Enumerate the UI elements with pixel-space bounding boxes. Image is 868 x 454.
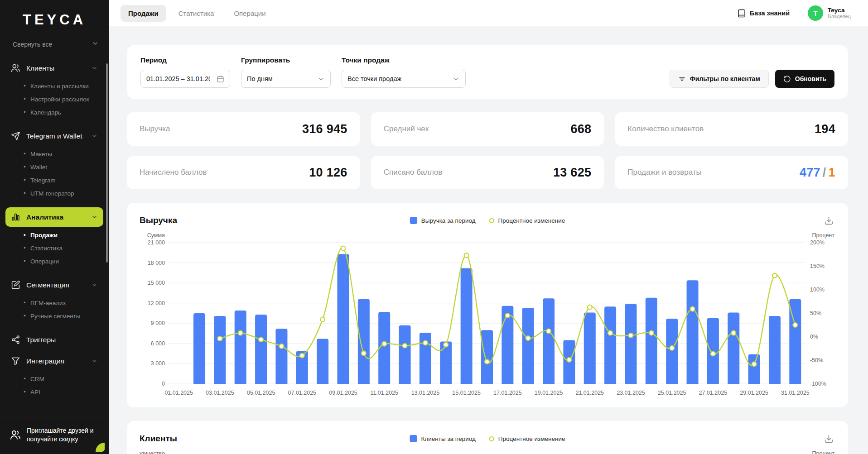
revenue-chart-card: Выручка Выручка за периодПроцентное изме… xyxy=(127,203,848,407)
client-filters-button[interactable]: Фильтры по клиентам xyxy=(670,70,769,88)
sidebar-subitem[interactable]: Статистика xyxy=(24,242,103,255)
sidebar-subitem[interactable]: Продажи xyxy=(24,229,103,242)
sidebar-item-integration[interactable]: Интеграция xyxy=(5,351,103,371)
svg-text:Процент: Процент xyxy=(812,232,835,239)
sidebar-item-triggers[interactable]: Триггеры xyxy=(5,330,103,349)
chevron-down-icon xyxy=(91,65,98,72)
kpi-card: Средний чек668 xyxy=(371,112,604,146)
legend-bar-swatch xyxy=(410,217,417,224)
kpi-card: Выручка316 945 xyxy=(127,112,360,146)
main-area: ПродажиСтатистикаОперации База знаний T … xyxy=(109,0,868,454)
sidebar-subnav-segmentation: RFM-анализРучные сегменты xyxy=(5,296,103,323)
clients-chart-card: Клиенты Клиенты за периодПроцентное изме… xyxy=(127,421,848,454)
group-by-select[interactable]: По дням xyxy=(241,70,331,88)
svg-text:05.01.2025: 05.01.2025 xyxy=(247,390,275,396)
kpi-label: Количество клиентов xyxy=(627,124,704,134)
sidebar-subitem[interactable]: API xyxy=(24,386,103,399)
knowledge-base-button[interactable]: База знаний xyxy=(734,9,792,18)
sidebar-subitem[interactable]: Ручные сегменты xyxy=(24,310,103,323)
period-value[interactable] xyxy=(146,75,210,82)
refresh-button[interactable]: Обновить xyxy=(775,70,834,88)
kpi-label: Продажи и возвраты xyxy=(627,168,701,177)
sales-points-group: Точки продаж Все точки продаж xyxy=(342,56,466,88)
sidebar-subitem[interactable]: CRM xyxy=(24,373,103,386)
sidebar-subitem[interactable]: RFM-анализ xyxy=(24,296,103,310)
kpi-value: 477/1 xyxy=(800,166,835,180)
avatar: T xyxy=(808,5,823,21)
svg-text:50%: 50% xyxy=(810,310,821,316)
sidebar-item-segmentation[interactable]: Сегментация xyxy=(5,275,103,295)
chevron-down-icon xyxy=(91,214,98,220)
sidebar-subnav-clients: Клиенты и рассылкиНастройки рассылокКале… xyxy=(5,80,103,119)
svg-text:0: 0 xyxy=(162,381,165,387)
svg-text:15.01.2025: 15.01.2025 xyxy=(452,390,481,396)
kpi-value: 194 xyxy=(815,122,835,136)
sidebar-item-clients[interactable]: Клиенты xyxy=(5,58,103,78)
legend-item: Клиенты за период xyxy=(410,435,476,442)
svg-text:31.01.2025: 31.01.2025 xyxy=(781,390,810,396)
kpi-label: Начислено баллов xyxy=(140,168,207,177)
segment-icon xyxy=(11,280,20,290)
sidebar-scrollbar[interactable] xyxy=(106,63,108,263)
revenue-chart-header: Выручка Выручка за периодПроцентное изме… xyxy=(140,213,835,228)
collapse-all-label: Свернуть все xyxy=(13,41,52,48)
user-meta: Teyca Владелец xyxy=(828,7,851,19)
sidebar-subitem[interactable]: Настройки рассылок xyxy=(24,93,103,106)
svg-text:200%: 200% xyxy=(810,239,825,246)
kpi-label: Средний чек xyxy=(384,124,429,134)
user-role: Владелец xyxy=(828,14,851,19)
svg-text:9 000: 9 000 xyxy=(151,320,165,326)
sidebar-item-label: Клиенты xyxy=(26,64,54,72)
sales-points-label: Точки продаж xyxy=(342,56,466,64)
invite-friends-icon xyxy=(10,430,21,440)
clients-chart-legend: Клиенты за периодПроцентное изменение xyxy=(410,435,565,442)
sidebar-subitem[interactable]: Клиенты и рассылки xyxy=(24,80,103,93)
user-name: Teyca xyxy=(828,7,851,14)
svg-text:18 000: 18 000 xyxy=(148,260,165,266)
svg-text:29.01.2025: 29.01.2025 xyxy=(740,390,768,396)
svg-text:03.01.2025: 03.01.2025 xyxy=(206,390,234,396)
download-icon[interactable] xyxy=(822,432,835,445)
sidebar-subitem[interactable]: Календарь xyxy=(24,106,103,119)
group-by-group: Группировать По дням xyxy=(241,56,331,88)
sidebar-subnav-integration: CRMAPI xyxy=(5,373,103,399)
sidebar-subitem[interactable]: Wallet xyxy=(24,161,103,174)
period-date-range-input[interactable] xyxy=(140,70,230,88)
sidebar-subnav-telegram-wallet: МакетыWalletTelegramUTM-генератор xyxy=(5,148,103,200)
revenue-chart-legend: Выручка за периодПроцентное изменение xyxy=(410,217,565,224)
svg-text:150%: 150% xyxy=(810,263,825,269)
group-by-value: По дням xyxy=(247,75,273,82)
calendar-icon xyxy=(217,75,224,83)
kpi-value: 316 945 xyxy=(302,122,347,136)
chart-icon xyxy=(11,212,20,222)
tab-Операции[interactable]: Операции xyxy=(226,5,273,22)
svg-text:25.01.2025: 25.01.2025 xyxy=(658,390,686,396)
sales-points-select[interactable]: Все точки продаж xyxy=(342,70,466,88)
period-group: Период xyxy=(140,56,230,88)
user-menu[interactable]: T Teyca Владелец xyxy=(808,5,851,21)
invite-promo-text: Приглашайте друзей и получайте скидку xyxy=(27,426,98,444)
invite-promo[interactable]: Приглашайте друзей и получайте скидку xyxy=(0,417,109,454)
sidebar-subitem[interactable]: UTM-генератор xyxy=(24,187,103,200)
collapse-all-button[interactable]: Свернуть все xyxy=(0,34,109,54)
tab-Продажи[interactable]: Продажи xyxy=(121,5,166,22)
topbar-right: База знаний T Teyca Владелец xyxy=(734,5,851,21)
sidebar-subitem[interactable]: Операции xyxy=(24,255,103,268)
chevron-down-icon xyxy=(317,75,325,83)
legend-line-marker-icon xyxy=(489,218,494,223)
book-icon xyxy=(737,9,746,18)
sidebar-item-analytics[interactable]: Аналитика xyxy=(5,207,103,227)
sidebar-subitem[interactable]: Макеты xyxy=(24,148,103,161)
sidebar-item-telegram-wallet[interactable]: Telegram и Wallet xyxy=(5,126,103,146)
filter-lines-icon xyxy=(678,75,686,83)
sidebar-subitem[interactable]: Telegram xyxy=(24,174,103,187)
svg-text:23.01.2025: 23.01.2025 xyxy=(617,390,645,396)
funnel-icon xyxy=(11,356,20,366)
tab-Статистика[interactable]: Статистика xyxy=(171,5,222,22)
period-label: Период xyxy=(140,56,230,64)
svg-text:6 000: 6 000 xyxy=(151,340,165,347)
download-icon[interactable] xyxy=(822,214,835,227)
filter-actions: Фильтры по клиентам Обновить xyxy=(670,70,834,88)
svg-text:Процент: Процент xyxy=(812,450,835,454)
kpi-card: Количество клиентов194 xyxy=(615,112,848,146)
